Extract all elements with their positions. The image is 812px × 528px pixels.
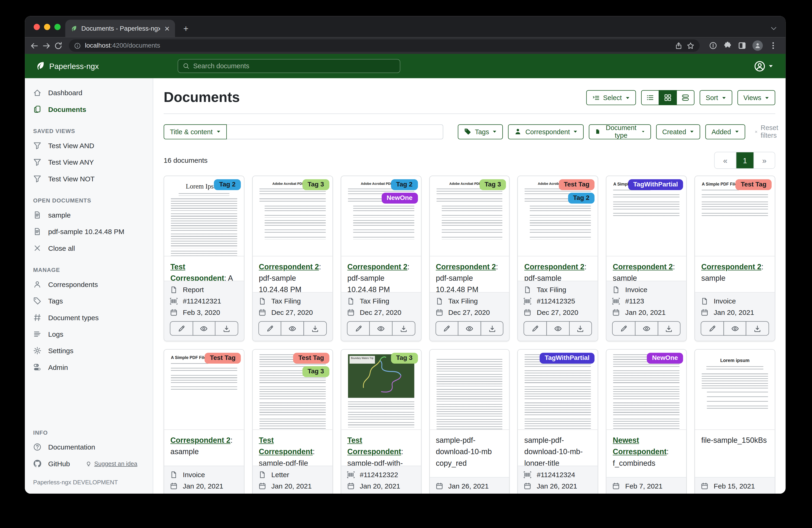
view-button[interactable] <box>281 321 304 336</box>
sidebar-item-dashboard[interactable]: Dashboard <box>25 85 153 101</box>
document-thumbnail[interactable]: A Simple PDF FileTest Tag <box>695 176 774 257</box>
reload-button[interactable] <box>54 41 63 50</box>
tag-badge[interactable]: Tag 3 <box>303 179 329 190</box>
bookmark-star-icon[interactable] <box>687 42 694 49</box>
sort-button[interactable]: Sort <box>699 90 732 105</box>
tag-badge[interactable]: Tag 3 <box>391 353 418 363</box>
edit-button[interactable] <box>612 321 636 336</box>
correspondent-link[interactable]: Newest Correspondent <box>613 436 667 456</box>
minimize-window-button[interactable] <box>44 24 50 30</box>
tag-badge[interactable]: Test Tag <box>736 179 772 190</box>
document-thumbnail[interactable]: NewOne <box>607 350 686 430</box>
document-thumbnail[interactable]: Adobe Acrobat PDF FilesTest TagTag 2 <box>518 176 598 257</box>
extensions-puzzle-icon[interactable] <box>724 41 732 50</box>
suggest-an-idea-link[interactable]: Suggest an idea <box>85 460 137 467</box>
sidebar-item-document-types[interactable]: Document types <box>25 309 153 326</box>
site-info-icon[interactable] <box>74 42 81 49</box>
tag-badge[interactable]: Tag 3 <box>303 366 329 377</box>
download-button[interactable] <box>569 321 592 336</box>
sidebar-item-test-view-not[interactable]: Test View NOT <box>25 170 153 187</box>
back-button[interactable] <box>30 41 39 50</box>
views-button[interactable]: Views <box>737 90 775 105</box>
download-button[interactable] <box>304 321 327 336</box>
document-thumbnail[interactable]: Adobe Acrobat PDF FilesTag 3 <box>430 176 509 257</box>
edit-button[interactable] <box>170 321 193 336</box>
filter-added-button[interactable]: Added <box>705 124 745 139</box>
correspondent-link[interactable]: Correspondent 2 <box>701 262 762 271</box>
sidebar-item-admin[interactable]: Admin <box>25 359 153 375</box>
tag-badge[interactable]: Test Tag <box>205 353 241 363</box>
sidebar-item-close-all[interactable]: Close all <box>25 240 153 256</box>
tag-badge[interactable]: Tag 2 <box>568 193 594 204</box>
tag-badge[interactable]: Tag 3 <box>479 179 506 190</box>
edit-button[interactable] <box>258 321 281 336</box>
correspondent-link[interactable]: Test Correspondent <box>259 436 313 456</box>
close-window-button[interactable] <box>34 24 40 30</box>
document-thumbnail[interactable]: Test TagTag 3 <box>252 350 332 430</box>
address-bar[interactable]: localhost:4200/documents <box>69 40 700 52</box>
tab-search-chevron-icon[interactable] <box>770 25 777 32</box>
pagination-page-1[interactable]: 1 <box>736 152 754 168</box>
download-button[interactable] <box>215 321 238 336</box>
download-button[interactable] <box>480 321 504 336</box>
download-button[interactable] <box>657 321 681 336</box>
view-button[interactable] <box>547 321 570 336</box>
reset-filters-link[interactable]: Reset filters <box>754 124 781 139</box>
view-button[interactable] <box>635 321 658 336</box>
view-button[interactable] <box>192 321 216 336</box>
tag-badge[interactable]: Tag 2 <box>391 179 418 190</box>
forward-button[interactable] <box>42 41 51 50</box>
sidebar-item-correspondents[interactable]: Correspondents <box>25 276 153 292</box>
tab-close-icon[interactable]: ✕ <box>164 25 170 32</box>
tag-badge[interactable]: Test Tag <box>559 179 595 190</box>
tag-badge[interactable]: TagWithPartial <box>628 179 683 190</box>
document-thumbnail[interactable] <box>430 350 509 430</box>
extension-icon[interactable] <box>709 41 717 50</box>
filter-tags-button[interactable]: Tags <box>458 124 503 139</box>
sidebar-item-test-view-and[interactable]: Test View AND <box>25 137 153 154</box>
download-button[interactable] <box>746 321 769 336</box>
user-menu[interactable] <box>754 60 773 72</box>
search-input[interactable] <box>193 62 395 70</box>
document-thumbnail[interactable]: A Simple PDF FileTest Tag <box>164 350 244 430</box>
document-thumbnail[interactable]: Adobe Acrobat PDF FilesTag 3 <box>252 176 332 257</box>
tag-badge[interactable]: Test Tag <box>293 353 329 363</box>
correspondent-link[interactable]: Correspondent 2 <box>347 262 407 271</box>
tag-badge[interactable]: NewOne <box>647 353 683 363</box>
browser-tab[interactable]: Documents - Paperless-ngx ✕ <box>65 20 175 38</box>
filter-field-button[interactable]: Title & content <box>164 124 227 139</box>
document-thumbnail[interactable]: Lorem IpsumTag 2 <box>164 176 244 257</box>
sidebar-item-settings[interactable]: Settings <box>25 342 153 359</box>
select-button[interactable]: Select <box>586 90 636 105</box>
correspondent-link[interactable]: Test Correspondent <box>170 262 224 281</box>
browser-profile-avatar[interactable] <box>752 40 763 51</box>
correspondent-link[interactable]: Correspondent 2 <box>613 262 673 271</box>
sidebar-item-documentation[interactable]: Documentation <box>25 439 153 455</box>
new-tab-button[interactable]: + <box>184 24 188 33</box>
sidebar-item-sample[interactable]: sample <box>25 206 153 223</box>
view-list-button[interactable] <box>641 90 659 105</box>
correspondent-link[interactable]: Correspondent 2 <box>170 436 231 444</box>
document-thumbnail[interactable]: A Simple PDF FileTagWithPartial <box>607 176 686 257</box>
download-button[interactable] <box>392 321 415 336</box>
sidebar-item-documents[interactable]: Documents <box>25 101 153 117</box>
sidebar-item-logs[interactable]: Logs <box>25 326 153 342</box>
edit-button[interactable] <box>701 321 724 336</box>
document-thumbnail[interactable]: Adobe Acrobat PDF FilesTag 2NewOne <box>341 176 421 257</box>
correspondent-link[interactable]: Correspondent 2 <box>259 262 319 271</box>
document-thumbnail[interactable]: TagWithPartial <box>518 350 598 430</box>
tag-badge[interactable]: TagWithPartial <box>539 353 595 363</box>
filter-created-button[interactable]: Created <box>656 124 700 139</box>
side-panel-icon[interactable] <box>738 41 746 50</box>
sidebar-item-github[interactable]: GitHub <box>25 455 78 472</box>
sidebar-item-pdf-sample-10-24-48-pm[interactable]: pdf-sample 10.24.48 PM <box>25 223 153 240</box>
browser-menu-icon[interactable] <box>769 41 778 50</box>
sidebar-item-tags[interactable]: Tags <box>25 292 153 309</box>
pagination-prev[interactable]: « <box>715 152 736 168</box>
sidebar-item-test-view-any[interactable]: Test View ANY <box>25 154 153 170</box>
tag-badge[interactable]: NewOne <box>381 193 418 204</box>
view-cards-button[interactable] <box>676 90 694 105</box>
view-grid-button[interactable] <box>658 90 677 105</box>
view-button[interactable] <box>369 321 393 336</box>
correspondent-link[interactable]: Correspondent 2 <box>524 262 584 271</box>
